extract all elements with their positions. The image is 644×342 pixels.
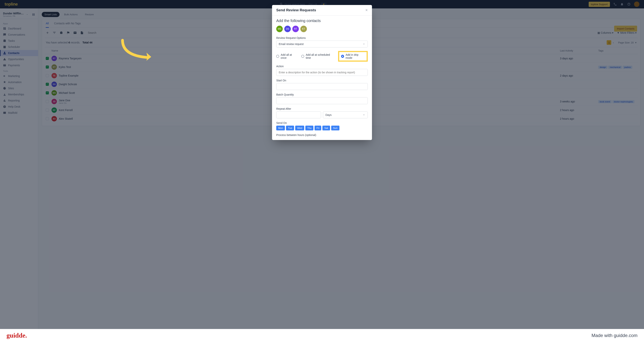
footer: guidde. Made with guidde.com — [0, 329, 644, 342]
day-tue[interactable]: Tue — [286, 126, 294, 130]
chevron-down-icon — [362, 43, 365, 46]
contact-avatar: RT — [292, 26, 299, 32]
radio-on-icon — [341, 55, 344, 58]
review-request-modal: Send Review Requests × Add the following… — [272, 5, 372, 140]
day-fri[interactable]: Fri — [314, 126, 321, 130]
radio-add-all-once[interactable]: Add all at once — [276, 53, 298, 59]
review-option-value: Email review request — [279, 42, 304, 46]
options-label: Review Request Options — [276, 36, 368, 40]
repeat-value-input[interactable] — [276, 112, 321, 118]
batch-input[interactable] — [276, 97, 368, 104]
send-on-label: Send On — [276, 122, 368, 124]
contact-avatar: MS — [276, 26, 283, 32]
radio-add-scheduled[interactable]: Add all at scheduled time — [301, 53, 334, 59]
start-on-label: Start On — [276, 79, 368, 82]
action-label: Action — [276, 65, 368, 68]
review-option-select[interactable]: Email review request — [276, 40, 368, 48]
repeat-unit-select[interactable]: Days — [323, 112, 368, 118]
chevron-down-icon — [362, 114, 365, 116]
radio-off-icon — [276, 55, 279, 58]
start-on-input[interactable] — [276, 83, 368, 90]
modal-title: Send Review Requests — [276, 8, 316, 12]
day-thu[interactable]: Thu — [305, 126, 314, 130]
action-input[interactable] — [276, 69, 368, 76]
day-mon[interactable]: Mon — [276, 126, 285, 130]
process-hours-label: Process between hours (optional) — [276, 134, 368, 136]
repeat-label: Repeat After — [276, 107, 368, 110]
radio-off-icon — [301, 55, 304, 58]
footer-credit: Made with guidde.com — [592, 333, 638, 338]
day-sat[interactable]: Sat — [322, 126, 330, 130]
contact-avatar: DS — [284, 26, 291, 32]
guidde-logo: guidde. — [6, 332, 27, 339]
close-icon[interactable]: × — [365, 8, 368, 12]
radio-add-drip[interactable]: Add in drip mode — [338, 51, 368, 62]
contact-avatar: KT — [300, 26, 307, 32]
day-sun[interactable]: Sun — [331, 126, 340, 130]
batch-label: Batch Quantity — [276, 93, 368, 96]
modal-subtitle: Add the following contacts — [276, 18, 368, 23]
day-wed[interactable]: Wed — [295, 126, 304, 130]
